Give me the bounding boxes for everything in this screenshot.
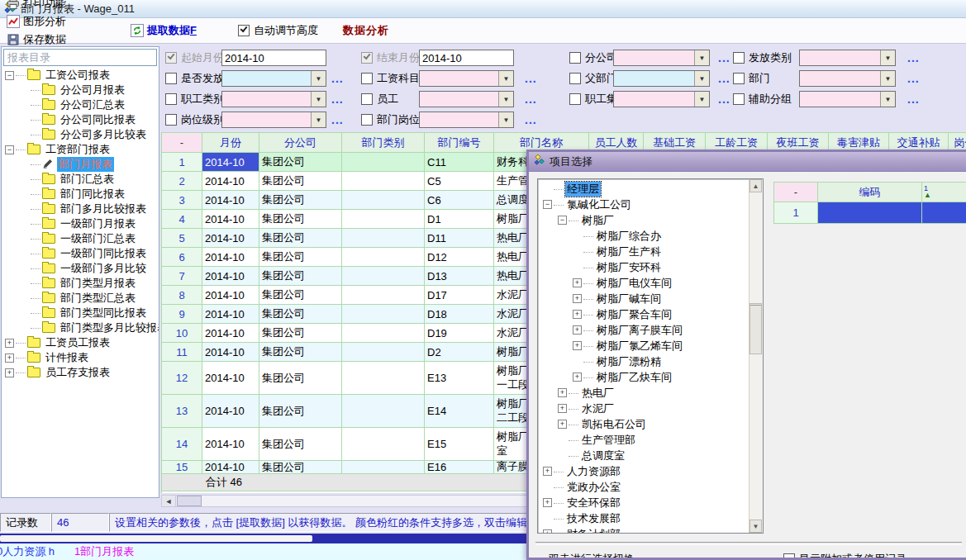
cell-月份[interactable]: 2014-10 [202,286,259,305]
cell-分公司[interactable]: 集团公司 [259,362,342,395]
cell-部门类别[interactable] [342,248,425,267]
expand-icon[interactable]: + [543,467,552,476]
dropdown-arrow-icon[interactable]: ▼ [498,92,513,107]
filter-checkbox-部门[interactable]: 部门 [733,70,770,87]
expand-icon[interactable]: + [5,368,14,377]
cell-月份[interactable]: 2014-10 [202,267,259,286]
filter-checkbox-工资科目[interactable]: 工资科目 [361,70,420,87]
checkbox-icon[interactable] [165,52,177,64]
ellipsis-button-辅助分组[interactable]: ... [907,91,920,107]
cell-分公司[interactable]: 集团公司 [259,461,342,474]
org-item-生产管理部[interactable]: 生产管理部 [538,432,749,448]
cell-分公司[interactable]: 集团公司 [259,210,342,229]
scroll-up-icon[interactable]: ▲ [749,179,762,192]
sidebar-item-一级部门汇总表[interactable]: 一级部门汇总表 [2,231,159,246]
org-item-凯拓电石公司[interactable]: +凯拓电石公司 [538,416,749,432]
toolbar-button-printer[interactable]: 打印功能 [5,0,68,12]
filter-checkbox-职工类别[interactable]: 职工类别 [165,91,224,107]
checkbox-icon[interactable] [733,52,745,64]
cell-部门编号[interactable]: D18 [425,305,494,324]
row-index-cell[interactable]: 4 [162,210,202,229]
row-index-cell[interactable]: 1 [773,202,818,224]
expand-icon[interactable]: + [543,498,552,507]
sidebar-item-分公司汇总表[interactable]: 分公司汇总表 [2,97,159,112]
filter-input-结束月份[interactable]: 2014-10 [419,50,514,66]
filter-select-员工[interactable]: ▼ [419,91,514,107]
cell-部门类别[interactable] [342,395,425,428]
cell-月份[interactable]: 2014-10 [202,428,259,461]
cell-月份[interactable]: 2014-10 [202,210,259,229]
filter-checkbox-结束月份[interactable]: 结束月份 [361,50,420,66]
checkbox-icon[interactable] [361,114,373,126]
cell-部门类别[interactable] [342,428,425,461]
cell-月份[interactable]: 2014-10 [202,172,259,191]
filter-select-职工集合[interactable]: ▼ [613,91,710,107]
expand-icon[interactable]: + [573,373,582,382]
dropdown-arrow-icon[interactable]: ▼ [880,71,895,86]
checkbox-icon[interactable] [569,52,581,64]
ellipsis-button-职工类别[interactable]: ... [331,91,344,107]
cell-部门编号[interactable]: D2 [425,343,494,362]
toolbar-button-chart[interactable]: 图形分析 [5,12,68,31]
org-item-财务计划部[interactable]: +财务计划部 [538,526,749,533]
ellipsis-button-部门[interactable]: ... [907,70,920,87]
checkbox-icon[interactable] [361,73,373,84]
collapse-icon[interactable]: − [543,200,552,209]
row-index-cell[interactable]: 5 [162,229,202,248]
expand-icon[interactable]: + [5,339,14,348]
checkbox-icon[interactable] [569,93,581,105]
expand-icon[interactable]: + [573,341,582,350]
filter-checkbox-起始月份[interactable]: 起始月份 [165,50,224,66]
cell-部门编号[interactable]: E14 [425,395,494,428]
cell-部门类别[interactable] [342,153,425,172]
cell-分公司[interactable]: 集团公司 [259,343,342,362]
org-item-经理层[interactable]: 经理层 [538,181,749,197]
ellipsis-button-分公司[interactable]: ... [718,50,730,66]
cell-分公司[interactable]: 集团公司 [259,428,342,461]
cell-月份[interactable]: 2014-10 [202,191,259,210]
sidebar-item-分公司多月比较表[interactable]: 分公司多月比较表 [2,127,159,142]
cell-部门类别[interactable] [342,191,425,210]
org-item-树脂厂碱车间[interactable]: +树脂厂碱车间 [538,291,749,306]
checkbox-icon[interactable] [361,52,373,64]
cell-月份[interactable]: 2014-10 [202,153,259,172]
org-item-树脂厂聚合车间[interactable]: +树脂厂聚合车间 [538,306,749,322]
row-index-cell[interactable]: 11 [162,343,202,362]
dropdown-arrow-icon[interactable]: ▼ [311,92,326,107]
cell-分公司[interactable]: 集团公司 [259,248,342,267]
row-index-cell[interactable]: 13 [162,395,202,428]
row-index-cell[interactable]: 8 [162,286,202,305]
sidebar-item-部门类型月报表[interactable]: 部门类型月报表 [2,276,159,291]
ellipsis-button-工资科目[interactable]: ... [525,70,537,87]
filter-select-部门[interactable]: ▼ [799,70,896,87]
org-item-总调度室[interactable]: 总调度室 [538,448,749,463]
filter-select-工资科目[interactable]: ▼ [419,70,514,87]
dropdown-arrow-icon[interactable]: ▼ [694,92,709,107]
cell-分公司[interactable]: 集团公司 [259,153,342,172]
org-item-树脂厂安环科[interactable]: 树脂厂安环科 [538,259,749,275]
org-item-水泥厂[interactable]: +水泥厂 [538,401,749,416]
cell-部门编号[interactable]: C5 [425,172,494,191]
cell-分公司[interactable]: 集团公司 [259,324,342,343]
filter-select-分公司[interactable]: ▼ [613,50,710,66]
filter-checkbox-辅助分组[interactable]: 辅助分组 [733,91,792,107]
row-index-cell[interactable]: 3 [162,191,202,210]
filter-checkbox-员工[interactable]: 员工 [361,91,398,107]
ellipsis-button-是否发放[interactable]: ... [331,70,344,87]
catalog-header-box[interactable]: 报表目录 [3,49,157,66]
sidebar-item-工资部门报表[interactable]: −工资部门报表 [2,142,159,157]
cell-部门编号[interactable]: D19 [425,324,494,343]
hscroll-thumb[interactable] [177,496,202,506]
sidebar-item-工资公司报表[interactable]: −工资公司报表 [2,68,159,83]
filter-checkbox-是否发放[interactable]: 是否发放 [165,70,224,87]
cell-部门编号[interactable]: E15 [425,428,494,461]
org-item-树脂厂离子膜车间[interactable]: +树脂厂离子膜车间 [538,322,749,338]
sidebar-item-工资员工报表[interactable]: +工资员工报表 [2,335,159,350]
cell-部门编号[interactable]: D11 [425,229,494,248]
ellipsis-button-部门岗位[interactable]: ... [525,112,537,128]
row-index-cell[interactable]: 10 [162,324,202,343]
column-header-分公司[interactable]: 分公司 [259,133,342,153]
checkbox-icon[interactable] [165,93,177,105]
checkbox-icon[interactable] [165,73,177,84]
filter-checkbox-岗位级别[interactable]: 岗位级别 [165,112,224,128]
